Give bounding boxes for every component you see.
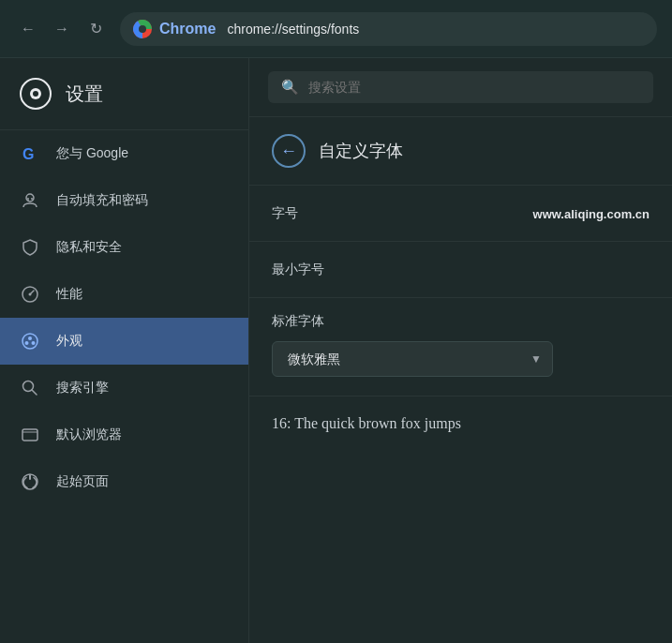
chrome-logo-icon	[133, 20, 152, 38]
reload-button[interactable]: ↻	[82, 16, 109, 42]
standard-font-select[interactable]: 微软雅黑 宋体 黑体 楷体 仿宋 Arial Times New Roman	[272, 341, 553, 377]
default-browser-icon	[19, 424, 41, 446]
sidebar-label-startup: 起始页面	[56, 473, 109, 490]
sidebar-label-performance: 性能	[56, 286, 82, 303]
back-icon: ←	[280, 142, 297, 161]
sidebar-label-default-browser: 默认浏览器	[56, 426, 122, 443]
svg-rect-17	[22, 429, 37, 441]
search-icon: 🔍	[281, 79, 299, 96]
forward-nav-icon: →	[54, 21, 69, 37]
main-layout: 设置 G 您与 Google 自动填充和密码	[0, 58, 672, 643]
sidebar-item-startup[interactable]: 起始页面	[0, 458, 248, 505]
svg-point-1	[139, 25, 146, 33]
svg-line-16	[32, 390, 37, 395]
sidebar: 设置 G 您与 Google 自动填充和密码	[0, 58, 249, 643]
standard-font-section: 标准字体 微软雅黑 宋体 黑体 楷体 仿宋 Arial Times New Ro…	[249, 298, 672, 396]
font-size-label: 字号	[272, 205, 298, 220]
sidebar-label-search: 搜索引擎	[56, 380, 109, 396]
search-bar: 🔍	[249, 58, 672, 117]
sidebar-item-search[interactable]: 搜索引擎	[0, 365, 248, 411]
url-text: chrome://settings/fonts	[227, 22, 359, 37]
search-engine-icon	[19, 377, 41, 399]
page-title: 自定义字体	[319, 140, 403, 162]
font-size-section: 字号 www.aliqing.com.cn	[249, 186, 672, 242]
content-header: ← 自定义字体	[249, 117, 672, 186]
back-nav-icon: ←	[21, 21, 36, 37]
svg-point-14	[32, 341, 36, 345]
sidebar-item-privacy[interactable]: 隐私和安全	[0, 224, 248, 271]
back-nav-button[interactable]: ←	[15, 16, 41, 42]
content-area: 🔍 ← 自定义字体 字号 www.aliqing.com.cn 最小字号 标准字…	[249, 58, 672, 643]
appearance-icon	[19, 330, 41, 352]
sidebar-item-autofill[interactable]: 自动填充和密码	[0, 177, 248, 224]
settings-title: 设置	[66, 82, 103, 107]
address-bar[interactable]: Chrome chrome://settings/fonts	[120, 12, 657, 46]
forward-nav-button[interactable]: →	[49, 16, 75, 42]
search-input-wrapper[interactable]: 🔍	[268, 71, 653, 103]
autofill-icon	[19, 189, 41, 212]
svg-point-11	[22, 334, 37, 349]
browser-bar: ← → ↻ Chrome chrome://settings/fonts	[0, 0, 672, 58]
sidebar-item-appearance[interactable]: 外观	[0, 318, 248, 365]
performance-icon	[19, 283, 41, 306]
sidebar-header: 设置	[0, 58, 248, 130]
standard-font-dropdown-wrapper: 微软雅黑 宋体 黑体 楷体 仿宋 Arial Times New Roman ▼	[272, 341, 553, 377]
sidebar-label-privacy: 隐私和安全	[56, 239, 122, 256]
preview-text: 16: The quick brown fox jumps	[249, 396, 672, 451]
sidebar-label-google: 您与 Google	[56, 145, 128, 162]
min-font-size-section: 最小字号	[249, 242, 672, 298]
svg-text:G: G	[22, 146, 34, 162]
settings-logo-icon	[19, 77, 52, 111]
standard-font-label: 标准字体	[272, 313, 650, 330]
chrome-label: Chrome	[159, 21, 216, 37]
privacy-icon	[19, 236, 41, 259]
svg-point-10	[29, 293, 32, 296]
svg-point-6	[26, 194, 34, 202]
svg-point-13	[25, 341, 29, 345]
search-input[interactable]	[308, 80, 640, 95]
startup-icon	[19, 471, 41, 493]
sidebar-item-performance[interactable]: 性能	[0, 271, 248, 318]
google-icon: G	[19, 142, 41, 165]
sidebar-item-google[interactable]: G 您与 Google	[0, 130, 248, 177]
svg-point-12	[28, 336, 32, 340]
reload-icon: ↻	[90, 20, 102, 37]
sidebar-item-default-browser[interactable]: 默认浏览器	[0, 411, 248, 458]
min-font-size-label: 最小字号	[272, 262, 324, 277]
nav-icons: ← → ↻	[15, 16, 109, 42]
sidebar-label-appearance: 外观	[56, 333, 82, 350]
watermark-text: www.aliqing.com.cn	[533, 206, 650, 220]
back-button[interactable]: ←	[272, 134, 306, 168]
sidebar-label-autofill: 自动填充和密码	[56, 192, 148, 209]
svg-point-4	[33, 91, 38, 97]
